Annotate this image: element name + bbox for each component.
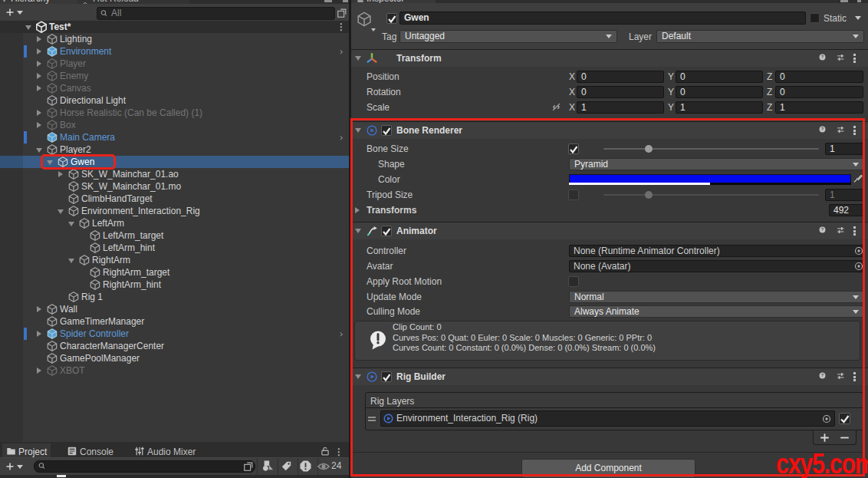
svg-text:?: ?: [821, 54, 824, 59]
